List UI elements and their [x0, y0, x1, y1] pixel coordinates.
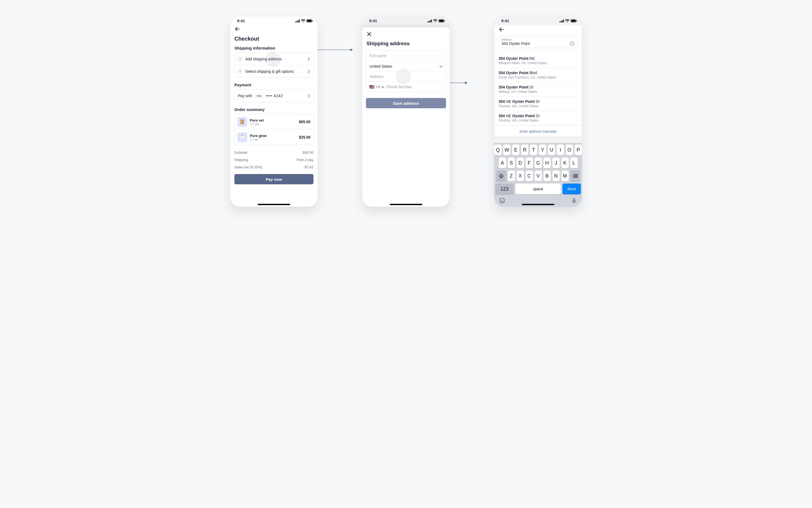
letter-key[interactable]: L — [570, 158, 578, 168]
order-item-sub: 1 × set — [250, 122, 264, 126]
letter-key[interactable]: T — [530, 144, 537, 155]
pay-now-button[interactable]: Pay now — [234, 174, 313, 184]
select-shipping-options-row[interactable]: + Select shipping & gift options — [235, 65, 313, 77]
letter-key[interactable]: Y — [539, 144, 546, 155]
letter-key[interactable]: H — [544, 158, 551, 168]
screen-checkout: 9:41 Checkout Shipping information + Add… — [230, 16, 318, 207]
shift-key[interactable] — [497, 170, 506, 181]
svg-point-28 — [503, 200, 503, 200]
status-time: 9:41 — [369, 19, 377, 23]
svg-point-27 — [501, 200, 502, 200]
battery-icon — [438, 19, 445, 23]
svg-point-22 — [567, 22, 568, 23]
close-button[interactable] — [366, 31, 373, 37]
address-search-box[interactable]: Address — [499, 36, 578, 48]
close-icon — [571, 42, 573, 45]
svg-point-14 — [435, 22, 436, 23]
svg-rect-12 — [430, 20, 431, 23]
address-suggestion[interactable]: 354 NE Oyster Point DrPoulsbo, WA, Unite… — [499, 97, 578, 111]
letter-key[interactable]: E — [512, 144, 519, 155]
svg-rect-4 — [298, 20, 299, 23]
chevron-right-icon — [308, 94, 310, 98]
address-suggestion[interactable]: 354 Oyster Point DrMidway, GA, United St… — [499, 82, 578, 97]
home-indicator — [522, 204, 554, 205]
screen-shipping-address-sheet: 9:41 Shipping address Full name United S… — [362, 16, 450, 207]
svg-rect-9 — [312, 20, 313, 22]
arrow-left-icon — [234, 26, 240, 32]
letter-key[interactable]: U — [548, 144, 555, 155]
home-indicator — [258, 204, 290, 205]
svg-rect-2 — [295, 22, 296, 23]
page-title: Checkout — [234, 36, 313, 42]
letter-key[interactable]: J — [552, 158, 560, 168]
card-last4: •••• 4242 — [266, 94, 283, 98]
backspace-key[interactable] — [570, 170, 580, 181]
address-suggestion[interactable]: 354 Oyster Point BlvdSouth San Francisco… — [499, 68, 578, 82]
status-bar: 9:41 — [230, 16, 318, 26]
letter-key[interactable]: Z — [508, 170, 515, 181]
back-button[interactable] — [499, 27, 505, 34]
order-item: Pure set 1 × set $65.00 — [235, 114, 313, 129]
wifi-icon — [433, 19, 437, 23]
order-totals: Subtotal$90.00 ShippingFree 2-day Sales … — [234, 149, 313, 171]
letter-key[interactable]: I — [557, 144, 564, 155]
letter-key[interactable]: D — [517, 158, 524, 168]
back-button[interactable] — [234, 26, 240, 33]
letter-key[interactable]: B — [544, 170, 551, 181]
letter-key[interactable]: X — [517, 170, 524, 181]
shipping-section-heading: Shipping information — [234, 46, 313, 50]
numeric-key[interactable]: 123 — [495, 183, 514, 194]
svg-rect-21 — [563, 19, 564, 23]
payment-method-row[interactable]: Pay with VISA •••• 4242 — [235, 90, 313, 102]
address-suggestion[interactable]: 354 Oyster Point RdNewport News, VA, Uni… — [499, 53, 578, 68]
svg-rect-16 — [439, 20, 443, 22]
phone-field[interactable]: +1 Phone Number — [366, 81, 446, 92]
letter-key[interactable]: O — [566, 144, 573, 155]
letter-key[interactable]: G — [535, 158, 542, 168]
letter-key[interactable]: N — [552, 170, 560, 181]
cellular-icon — [295, 19, 300, 23]
status-icons — [559, 19, 577, 23]
shipping-label: Shipping — [234, 158, 248, 162]
space-key[interactable]: space — [515, 183, 561, 194]
full-name-field[interactable]: Full name — [366, 51, 446, 61]
letter-key[interactable]: R — [521, 144, 528, 155]
svg-rect-10 — [427, 22, 428, 23]
add-shipping-address-row[interactable]: + Add shipping address — [235, 53, 313, 65]
letter-key[interactable]: V — [535, 170, 542, 181]
letter-key[interactable]: C — [526, 170, 533, 181]
sheet-title: Shipping address — [367, 41, 445, 47]
country-select[interactable]: United States — [366, 61, 446, 71]
letter-key[interactable]: Q — [494, 144, 502, 155]
payment-section-heading: Payment — [234, 83, 313, 87]
tax-value: $7.42 — [304, 165, 313, 169]
letter-key[interactable]: K — [561, 158, 569, 168]
address-suggestion[interactable]: 354 NE Oyster Point DrPoulsbo, WA, Unite… — [499, 111, 578, 125]
svg-rect-3 — [297, 21, 297, 23]
letter-key[interactable]: W — [503, 144, 510, 155]
order-item-sub: 1 × jar — [250, 138, 267, 141]
letter-key[interactable]: S — [508, 158, 515, 168]
emoji-key[interactable] — [499, 198, 505, 205]
letter-key[interactable]: F — [526, 158, 533, 168]
pay-with-label: Pay with — [238, 94, 252, 98]
clear-button[interactable] — [570, 41, 574, 46]
dictation-key[interactable] — [571, 198, 577, 205]
svg-point-26 — [500, 198, 505, 203]
enter-address-manually-link[interactable]: Enter address manually — [494, 125, 582, 136]
address-field[interactable]: Address — [366, 71, 446, 81]
address-search-input[interactable] — [502, 41, 570, 46]
letter-key[interactable]: M — [561, 170, 569, 181]
save-address-button[interactable]: Save address — [366, 98, 446, 108]
order-item-name: Pure glow — [250, 134, 267, 138]
letter-key[interactable]: A — [499, 158, 506, 168]
svg-rect-25 — [576, 20, 577, 22]
select-shipping-label: Select shipping & gift options — [245, 69, 294, 74]
done-key[interactable]: done — [562, 183, 581, 194]
cellular-icon — [559, 19, 564, 23]
svg-rect-11 — [429, 21, 430, 23]
svg-rect-18 — [559, 22, 560, 23]
svg-rect-17 — [444, 20, 445, 22]
svg-marker-0 — [350, 48, 353, 51]
letter-key[interactable]: P — [574, 144, 582, 155]
